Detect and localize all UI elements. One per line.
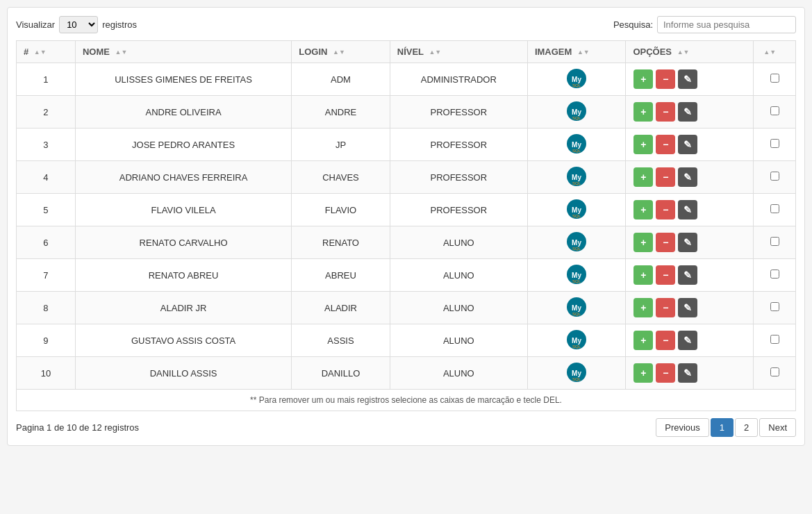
svg-text:SQL: SQL (572, 279, 581, 283)
row-checkbox-5[interactable] (770, 237, 779, 246)
cell-num: 3 (17, 128, 76, 161)
add-button-4[interactable]: + (633, 200, 653, 219)
edit-button-7[interactable]: ✎ (678, 298, 697, 317)
remove-button-8[interactable]: − (656, 331, 675, 350)
top-bar: Visualizar 10 25 50 100 registros Pesqui… (16, 16, 796, 33)
next-button[interactable]: Next (759, 418, 796, 437)
svg-text:SQL: SQL (572, 83, 581, 88)
cell-login: FLAVIO (292, 194, 390, 226)
add-button-7[interactable]: + (633, 298, 653, 317)
col-login-header: LOGIN ▲▼ (292, 41, 390, 63)
search-input[interactable] (657, 16, 796, 33)
cell-nivel: PROFESSOR (390, 194, 527, 226)
svg-text:My: My (572, 108, 581, 116)
cell-nome: RENATO CARVALHO (75, 226, 291, 259)
table-row: 10 DANILLO ASSIS DANILLO ALUNO My SQL + … (17, 357, 796, 390)
cell-checkbox (754, 292, 796, 324)
cell-checkbox (754, 194, 796, 226)
records-per-page-select[interactable]: 10 25 50 100 (59, 16, 98, 33)
cell-nivel: ALUNO (390, 292, 527, 324)
remove-button-4[interactable]: − (656, 200, 675, 219)
edit-button-3[interactable]: ✎ (678, 167, 697, 187)
edit-button-0[interactable]: ✎ (678, 69, 697, 89)
edit-button-2[interactable]: ✎ (678, 135, 697, 154)
add-button-3[interactable]: + (633, 167, 653, 187)
cell-login: DANILLO (292, 357, 390, 390)
cell-num: 6 (17, 226, 76, 259)
col-extra-header: ▲▼ (754, 41, 796, 63)
cell-opcoes: + − ✎ (626, 357, 754, 390)
sort-icon-nome[interactable]: ▲▼ (115, 49, 128, 56)
col-hash-header: # ▲▼ (17, 41, 76, 63)
edit-button-1[interactable]: ✎ (678, 102, 697, 122)
cell-checkbox (754, 324, 796, 357)
table-row: 7 RENATO ABREU ABREU ALUNO My SQL + − ✎ (17, 259, 796, 292)
remove-button-7[interactable]: − (656, 298, 675, 317)
table-row: 4 ADRIANO CHAVES FERREIRA CHAVES PROFESS… (17, 161, 796, 194)
remove-button-1[interactable]: − (656, 102, 675, 122)
edit-button-8[interactable]: ✎ (678, 331, 697, 350)
cell-imagem: My SQL (527, 292, 626, 324)
add-button-2[interactable]: + (633, 135, 653, 154)
page-2-button[interactable]: 2 (735, 418, 758, 437)
row-checkbox-9[interactable] (770, 367, 779, 376)
remove-button-0[interactable]: − (656, 69, 675, 89)
remove-button-6[interactable]: − (656, 265, 675, 285)
row-checkbox-3[interactable] (770, 172, 779, 181)
edit-button-9[interactable]: ✎ (678, 363, 697, 383)
svg-text:SQL: SQL (572, 345, 581, 349)
svg-text:SQL: SQL (572, 247, 581, 251)
row-checkbox-6[interactable] (770, 270, 779, 279)
cell-checkbox (754, 128, 796, 161)
prev-button[interactable]: Previous (656, 418, 709, 437)
add-button-6[interactable]: + (633, 265, 653, 285)
cell-checkbox (754, 63, 796, 96)
add-button-5[interactable]: + (633, 233, 653, 252)
pagination-buttons: Previous 1 2 Next (656, 418, 796, 437)
sort-icon-login[interactable]: ▲▼ (333, 49, 345, 56)
cell-checkbox (754, 259, 796, 292)
row-checkbox-0[interactable] (770, 74, 779, 83)
cell-opcoes: + − ✎ (626, 63, 754, 96)
cell-imagem: My SQL (527, 357, 626, 390)
edit-button-4[interactable]: ✎ (678, 200, 697, 219)
col-opcoes-header: OPÇÕES ▲▼ (626, 41, 754, 63)
add-button-0[interactable]: + (633, 69, 653, 89)
svg-text:SQL: SQL (572, 149, 581, 153)
sort-icon-nivel[interactable]: ▲▼ (429, 49, 441, 56)
page-1-button[interactable]: 1 (711, 418, 734, 437)
cell-opcoes: + − ✎ (626, 96, 754, 128)
add-button-1[interactable]: + (633, 102, 653, 122)
row-checkbox-2[interactable] (770, 139, 779, 148)
row-checkbox-7[interactable] (770, 302, 779, 311)
data-table: # ▲▼ NOME ▲▼ LOGIN ▲▼ NÍVEL ▲▼ IMAGEM ▲▼… (16, 40, 796, 390)
remove-button-2[interactable]: − (656, 135, 675, 154)
table-row: 1 ULISSES GIMENES DE FREITAS ADM ADMINIS… (17, 63, 796, 96)
svg-text:SQL: SQL (572, 116, 581, 120)
row-checkbox-4[interactable] (770, 204, 779, 213)
add-button-9[interactable]: + (633, 363, 653, 383)
row-checkbox-8[interactable] (770, 335, 779, 344)
sort-icon-imagem[interactable]: ▲▼ (577, 49, 590, 56)
cell-nome: ANDRE OLIVEIRA (75, 96, 291, 128)
sort-icon-hash[interactable]: ▲▼ (34, 49, 47, 56)
svg-text:My: My (572, 370, 581, 377)
cell-opcoes: + − ✎ (626, 292, 754, 324)
edit-button-5[interactable]: ✎ (678, 233, 697, 252)
remove-button-9[interactable]: − (656, 363, 675, 383)
remove-button-5[interactable]: − (656, 233, 675, 252)
svg-text:My: My (572, 141, 581, 149)
row-checkbox-1[interactable] (770, 106, 779, 115)
sort-icon-opcoes[interactable]: ▲▼ (677, 49, 690, 56)
remove-button-3[interactable]: − (656, 167, 675, 187)
col-imagem-header: IMAGEM ▲▼ (527, 41, 626, 63)
sort-icon-extra[interactable]: ▲▼ (763, 49, 776, 56)
add-button-8[interactable]: + (633, 331, 653, 350)
edit-button-6[interactable]: ✎ (678, 265, 697, 285)
svg-text:My: My (572, 304, 581, 312)
table-row: 6 RENATO CARVALHO RENATO ALUNO My SQL + … (17, 226, 796, 259)
svg-text:My: My (572, 272, 581, 279)
cell-imagem: My SQL (527, 161, 626, 194)
pesquisa-label: Pesquisa: (613, 19, 653, 30)
cell-nome: ALADIR JR (75, 292, 291, 324)
